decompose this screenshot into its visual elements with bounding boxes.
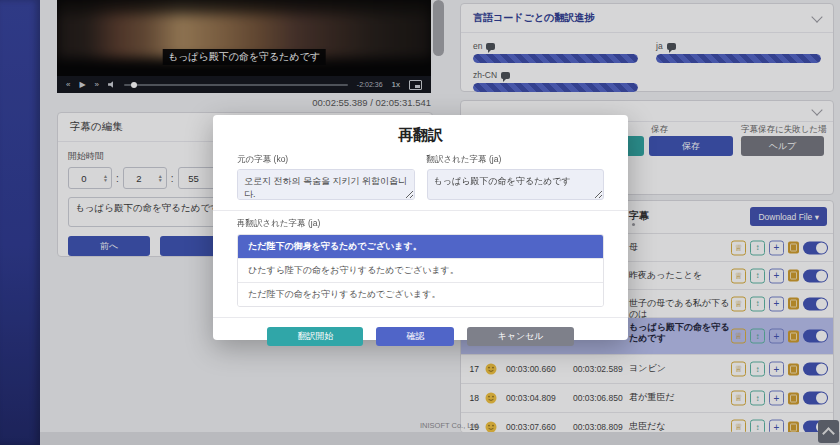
retranslation-option[interactable]: ただ陛下の命をお守りするためでございます。	[238, 283, 603, 306]
confirm-button[interactable]: 確認	[376, 327, 454, 346]
translated-subtitle-label: 翻訳された字幕 (ja)	[427, 154, 605, 166]
translate-start-button[interactable]: 翻訳開始	[267, 327, 363, 346]
translated-subtitle-input[interactable]: もっぱら殿下の命を守るためです	[427, 169, 605, 200]
cancel-button[interactable]: キャンセル	[467, 327, 573, 346]
divider	[213, 210, 628, 211]
translated-subtitle-field: 翻訳された字幕 (ja) もっぱら殿下の命を守るためです	[427, 154, 605, 200]
source-subtitle-input[interactable]: 오로지 전하의 목숨을 지키기 위함이옵니다.	[237, 169, 415, 200]
source-subtitle-field: 元の字幕 (ko) 오로지 전하의 목숨을 지키기 위함이옵니다.	[237, 154, 415, 200]
retranslation-option[interactable]: ひたすら陛下の命をお守りするためでございます。	[238, 259, 603, 283]
modal-title: 再翻訳	[213, 115, 628, 145]
retranslate-modal: 再翻訳 元の字幕 (ko) 오로지 전하의 목숨을 지키기 위함이옵니다. 翻訳…	[213, 115, 628, 340]
retranslated-subtitle-label: 再翻訳された字幕 (ja)	[213, 218, 628, 230]
divider	[213, 317, 628, 318]
source-subtitle-label: 元の字幕 (ko)	[237, 154, 415, 166]
retranslation-option-selected[interactable]: ただ陛下の御身を守るためでございます。	[238, 235, 603, 259]
retranslation-options: ただ陛下の御身を守るためでございます。 ひたすら陛下の命をお守りするためでござい…	[237, 234, 604, 307]
app-canvas: もっぱら殿下の命を守るためです « ▶ » -2:02:36 1x 00:02:…	[0, 0, 840, 445]
